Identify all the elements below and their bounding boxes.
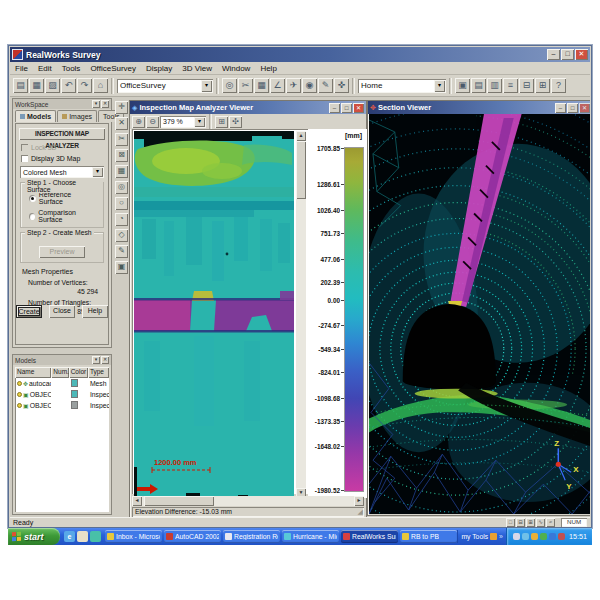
zoom-in-icon[interactable]: ⊕ xyxy=(132,116,145,128)
horizontal-scrollbar[interactable]: ◄ ► xyxy=(132,496,364,506)
tool-icon[interactable]: ✎ xyxy=(115,245,128,258)
toolbar-icon[interactable]: ✎ xyxy=(318,78,333,93)
column-header-color[interactable]: Color xyxy=(69,367,88,378)
settings-icon[interactable]: ✣ xyxy=(229,116,242,128)
task-button[interactable]: Inbox - Microsof... xyxy=(105,530,162,543)
tool-icon[interactable]: ✂ xyxy=(115,133,128,146)
reference-surface-radio-row[interactable]: Reference Surface xyxy=(29,191,95,205)
scrollbar-thumb[interactable] xyxy=(144,496,214,506)
column-header-name[interactable]: Name xyxy=(15,367,51,378)
menu-item[interactable]: Display xyxy=(141,63,177,74)
comparison-surface-radio-row[interactable]: Comparison Surface xyxy=(29,209,95,223)
tray-icon[interactable] xyxy=(558,533,565,540)
close-button[interactable]: ✕ xyxy=(579,103,590,113)
menu-item[interactable]: Edit xyxy=(33,63,57,74)
section-viewer-titlebar[interactable]: ✥ Section Viewer – □ ✕ xyxy=(368,101,590,114)
menu-item[interactable]: Window xyxy=(217,63,255,74)
column-header-type[interactable]: Type xyxy=(88,367,109,378)
toolbar-icon[interactable]: ∠ xyxy=(270,78,285,93)
menu-item[interactable]: OfficeSurvey xyxy=(85,63,141,74)
close-panel-button[interactable]: ✕ xyxy=(101,100,109,108)
preview-button[interactable]: Preview xyxy=(39,246,85,258)
pin-button[interactable]: ▾ xyxy=(92,100,100,108)
column-header-num[interactable]: Num... xyxy=(51,367,68,378)
minimize-button[interactable]: – xyxy=(329,103,340,113)
inspection-viewer-titlebar[interactable]: ◈ Inspection Map Analyzer Viewer – □ ✕ xyxy=(130,101,366,114)
task-button[interactable]: Hurricane - Micro... xyxy=(282,530,339,543)
display-3d-map-checkbox-row[interactable]: Display 3D Map xyxy=(21,155,103,162)
quick-launch-icon[interactable] xyxy=(90,531,101,542)
mytools-toolbar[interactable]: my Tools » xyxy=(457,530,506,543)
toolbar-icon[interactable]: ⊞ xyxy=(535,78,550,93)
vertical-scrollbar[interactable]: ▲ ▼ xyxy=(296,131,306,498)
elevation-map[interactable]: 1200.00 mm xyxy=(134,131,294,498)
tool-icon[interactable]: ✕ xyxy=(115,117,128,130)
maximize-button[interactable]: □ xyxy=(561,49,574,60)
scroll-up-icon[interactable]: ▲ xyxy=(296,131,306,141)
scroll-right-icon[interactable]: ► xyxy=(354,496,364,506)
workflow-combo[interactable]: OfficeSurvey ▾ xyxy=(117,79,213,93)
radio-icon[interactable] xyxy=(29,213,35,220)
mesh-type-combo[interactable]: Colored Mesh ▾ xyxy=(20,166,104,178)
tool-icon[interactable]: ◔ xyxy=(115,213,128,226)
toolbar-icon[interactable]: ✜ xyxy=(334,78,349,93)
task-button[interactable]: Registration Rep... xyxy=(223,530,280,543)
zoom-out-icon[interactable]: ⊖ xyxy=(146,116,159,128)
quick-launch-icon[interactable] xyxy=(77,531,88,542)
checkbox-icon[interactable] xyxy=(21,144,28,151)
create-button[interactable]: Create xyxy=(16,305,42,318)
close-dialog-button[interactable]: Close xyxy=(49,305,75,318)
toolbar-icon[interactable]: ▨ xyxy=(45,78,60,93)
toolbar-icon[interactable]: ◉ xyxy=(302,78,317,93)
toolbar-icon[interactable]: ⌂ xyxy=(93,78,108,93)
home-combo[interactable]: Home ▾ xyxy=(358,79,446,93)
quick-launch-icon[interactable]: e xyxy=(64,531,75,542)
chevron-down-icon[interactable]: ▾ xyxy=(194,117,205,127)
visibility-bulb-icon[interactable] xyxy=(17,403,22,408)
close-panel-button[interactable]: ✕ xyxy=(101,356,109,364)
tray-icon[interactable] xyxy=(540,533,547,540)
toolbar-icon[interactable]: ✂ xyxy=(238,78,253,93)
toolbar-icon[interactable]: ▤ xyxy=(13,78,28,93)
toolbar-icon[interactable]: ▥ xyxy=(487,78,502,93)
tray-icon[interactable] xyxy=(522,533,529,540)
tool-icon[interactable]: ▣ xyxy=(115,261,128,274)
resize-grip-icon[interactable]: ◢ xyxy=(358,508,363,516)
radio-icon[interactable] xyxy=(29,195,36,202)
toolbar-icon[interactable]: ↶ xyxy=(61,78,76,93)
status-icon[interactable]: □ xyxy=(506,518,515,527)
visibility-bulb-icon[interactable] xyxy=(17,381,22,386)
toolbar-icon[interactable]: ◎ xyxy=(222,78,237,93)
tray-icon[interactable] xyxy=(513,533,520,540)
scroll-left-icon[interactable]: ◄ xyxy=(132,496,142,506)
toolbar-icon[interactable]: ▦ xyxy=(254,78,269,93)
tab-images[interactable]: Images xyxy=(57,110,97,122)
toolbar-icon[interactable]: ↷ xyxy=(77,78,92,93)
toolbar-icon[interactable]: ▦ xyxy=(29,78,44,93)
tab-models[interactable]: Models xyxy=(15,110,56,122)
menu-item[interactable]: Help xyxy=(255,63,281,74)
toolbar-icon[interactable]: ≡ xyxy=(503,78,518,93)
menu-item[interactable]: Tools xyxy=(57,63,86,74)
maximize-button[interactable]: □ xyxy=(567,103,578,113)
menu-item[interactable]: File xyxy=(10,63,33,74)
toolbar-icon[interactable]: ▤ xyxy=(471,78,486,93)
maximize-button[interactable]: □ xyxy=(341,103,352,113)
tool-icon[interactable]: ◇ xyxy=(115,229,128,242)
status-icon[interactable]: ≈ xyxy=(546,518,555,527)
status-icon[interactable]: ⊞ xyxy=(526,518,535,527)
pin-button[interactable]: ▾ xyxy=(92,356,100,364)
task-button[interactable]: AutoCAD 2002 xyxy=(164,530,221,543)
table-row[interactable]: ▣OBJECT... Inspectio xyxy=(15,389,109,400)
status-icon[interactable]: ∿ xyxy=(536,518,545,527)
inspection-map-canvas[interactable]: 1200.00 mm ▲ ▼ xyxy=(132,129,364,494)
overflow-chevron-icon[interactable]: » xyxy=(499,533,503,540)
menu-item[interactable]: 3D View xyxy=(177,63,217,74)
task-button[interactable]: RB to PB xyxy=(400,530,457,543)
tool-icon[interactable]: ▦ xyxy=(115,165,128,178)
toolbar-icon[interactable]: ? xyxy=(551,78,566,93)
start-button[interactable]: start xyxy=(8,528,60,545)
help-button[interactable]: Help xyxy=(82,305,108,318)
toolbar-icon[interactable]: ✈ xyxy=(286,78,301,93)
close-button[interactable]: ✕ xyxy=(575,49,588,60)
